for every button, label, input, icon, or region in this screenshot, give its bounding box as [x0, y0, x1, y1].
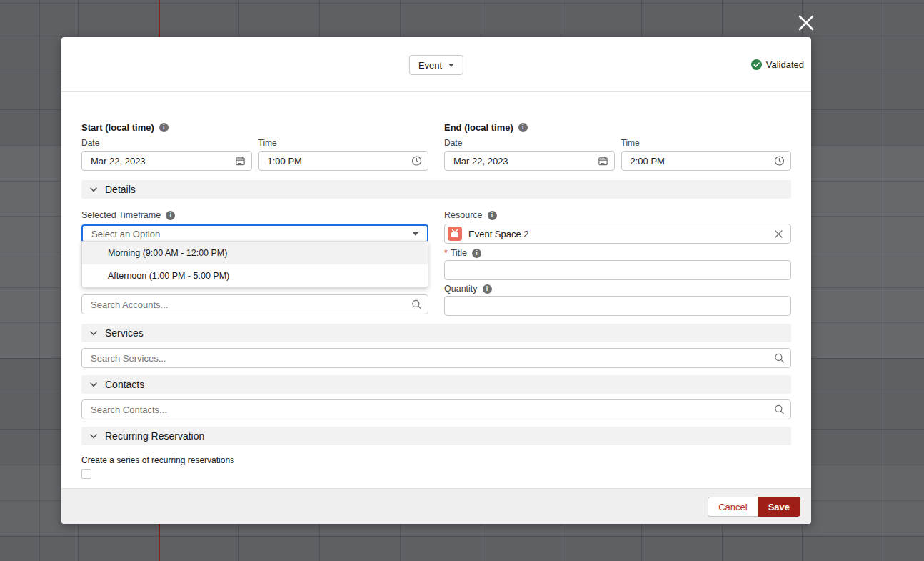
- section-header-details[interactable]: Details: [81, 180, 791, 199]
- search-icon[interactable]: [774, 353, 785, 364]
- start-date-input[interactable]: [81, 151, 252, 171]
- clock-icon[interactable]: [774, 156, 785, 167]
- resource-value: Event Space 2: [468, 229, 768, 239]
- chevron-down-icon: [89, 379, 99, 389]
- record-type-dropdown-button[interactable]: Event: [409, 55, 463, 75]
- modal-header: Event Validated: [61, 37, 811, 92]
- calendar-icon[interactable]: [235, 156, 246, 167]
- chevron-down-icon: [448, 64, 454, 67]
- info-icon[interactable]: i: [483, 284, 492, 294]
- timeframe-option-afternoon[interactable]: Afternoon (1:00 PM - 5:00 PM): [82, 264, 428, 287]
- timeframe-option-morning[interactable]: Morning (9:00 AM - 12:00 PM): [82, 242, 428, 264]
- section-header-contacts[interactable]: Contacts: [81, 375, 791, 394]
- save-button[interactable]: Save: [758, 497, 800, 517]
- calendar-icon[interactable]: [598, 156, 608, 167]
- quantity-label: Quantity i: [444, 284, 492, 294]
- info-icon[interactable]: i: [159, 123, 169, 132]
- start-section-label: Start (local time) i: [81, 122, 169, 133]
- start-datetime-group: Start (local time) i Date: [81, 121, 428, 171]
- quantity-input[interactable]: [444, 296, 791, 316]
- title-input[interactable]: [444, 260, 791, 280]
- event-resource-icon: [448, 227, 462, 241]
- close-icon[interactable]: [795, 12, 817, 34]
- recurring-checkbox-label: Create a series of recurring reservation…: [81, 455, 791, 465]
- end-time-label: Time: [621, 138, 792, 148]
- timeframe-dropdown-panel: Morning (9:00 AM - 12:00 PM) Afternoon (…: [81, 241, 428, 288]
- chevron-down-icon: [89, 431, 99, 441]
- section-header-recurring[interactable]: Recurring Reservation: [81, 427, 791, 445]
- info-icon[interactable]: i: [518, 123, 528, 132]
- info-icon[interactable]: i: [472, 249, 481, 258]
- end-date-input[interactable]: [444, 151, 615, 171]
- section-title: Recurring Reservation: [105, 430, 204, 442]
- timeframe-label: Selected Timeframe i: [81, 210, 175, 220]
- title-label: * Title i: [444, 248, 481, 258]
- search-icon[interactable]: [774, 404, 785, 415]
- clear-resource-icon[interactable]: [774, 229, 783, 239]
- timeframe-column: Selected Timeframe i Select an Option Mo…: [81, 208, 428, 316]
- search-contacts-input[interactable]: [81, 399, 791, 419]
- clock-icon[interactable]: [411, 156, 422, 167]
- required-asterisk: *: [444, 248, 448, 258]
- start-time-label: Time: [258, 138, 429, 148]
- timeframe-placeholder: Select an Option: [91, 229, 160, 239]
- reservation-modal: Event Validated Start (local time) i: [61, 37, 811, 524]
- end-time-input[interactable]: [621, 151, 792, 171]
- search-services-input[interactable]: [81, 348, 791, 368]
- section-title: Services: [105, 327, 144, 339]
- search-accounts-input[interactable]: [81, 294, 428, 314]
- resource-column: Resource i Event Space 2: [444, 208, 791, 316]
- start-time-input[interactable]: [258, 151, 429, 171]
- recurring-checkbox[interactable]: [81, 469, 91, 479]
- end-datetime-group: End (local time) i Date: [444, 121, 791, 171]
- end-section-label: End (local time) i: [444, 122, 528, 133]
- section-header-services[interactable]: Services: [81, 324, 791, 342]
- chevron-down-icon: [413, 232, 418, 236]
- validated-badge: Validated: [751, 59, 804, 70]
- section-title: Contacts: [105, 379, 144, 390]
- resource-label: Resource i: [444, 210, 497, 220]
- section-title: Details: [105, 184, 136, 195]
- record-type-label: Event: [418, 60, 442, 71]
- validated-label: Validated: [766, 59, 804, 70]
- resource-pill[interactable]: Event Space 2: [444, 224, 791, 244]
- chevron-down-icon: [89, 184, 99, 194]
- search-icon[interactable]: [411, 299, 422, 310]
- modal-footer: Cancel Save: [61, 488, 811, 524]
- info-icon[interactable]: i: [488, 211, 497, 220]
- start-date-label: Date: [81, 138, 252, 148]
- chevron-down-icon: [89, 328, 99, 338]
- cancel-button[interactable]: Cancel: [708, 497, 757, 517]
- info-icon[interactable]: i: [166, 211, 175, 220]
- end-date-label: Date: [444, 138, 615, 148]
- validated-check-icon: [751, 59, 762, 70]
